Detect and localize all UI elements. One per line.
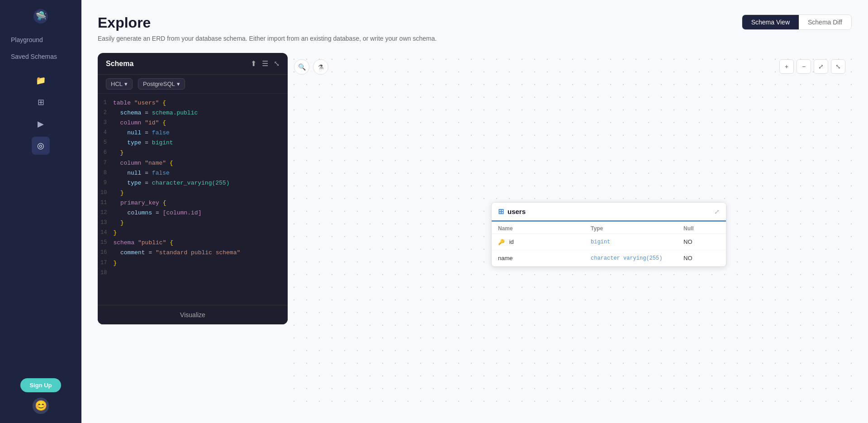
code-line: 4 null = false — [98, 128, 288, 138]
line-content: null = false — [113, 128, 170, 138]
line-content: } — [113, 188, 123, 198]
code-line: 16 comment = "standard public schema" — [98, 248, 288, 258]
erd-zoom-in-button[interactable]: + — [779, 59, 794, 74]
schema-view-button[interactable]: Schema View — [742, 15, 799, 29]
line-content: null = false — [113, 168, 170, 178]
page-header: Explore Schema View Schema Diff — [98, 14, 852, 31]
schema-header-icons: ⬆ ☰ ⤡ — [251, 59, 280, 68]
sidebar-bottom: Sign Up 😊 — [0, 378, 81, 423]
line-content: } — [113, 148, 123, 158]
schema-controls: HCL ▾ PostgreSQL ▾ — [98, 75, 288, 94]
line-number: 17 — [100, 258, 113, 267]
code-line: 2 schema = schema.public — [98, 108, 288, 118]
view-toggle: Schema View Schema Diff — [742, 14, 852, 30]
table-row: name character varying(255) NO — [492, 250, 726, 266]
code-line: 1table "users" { — [98, 98, 288, 108]
hcl-dropdown[interactable]: HCL ▾ — [106, 78, 133, 90]
erd-row-name-id: 🔑 id — [498, 238, 591, 245]
db-dropdown[interactable]: PostgreSQL ▾ — [138, 78, 185, 90]
line-number: 9 — [100, 178, 113, 187]
erd-table-header: ⊞ users ⤢ — [492, 203, 726, 222]
sidebar-item-tables[interactable]: ⊞ — [32, 93, 50, 111]
erd-row-null-id: NO — [683, 238, 720, 245]
schema-list-icon[interactable]: ☰ — [262, 59, 268, 68]
line-number: 11 — [100, 198, 113, 207]
code-line: 14} — [98, 228, 288, 238]
content-area: Schema ⬆ ☰ ⤡ HCL ▾ PostgreSQL ▾ 1table "… — [98, 53, 852, 409]
line-content: } — [113, 228, 117, 238]
line-content: } — [113, 258, 117, 268]
erd-search-button[interactable]: 🔍 — [294, 59, 309, 75]
svg-text:🛸: 🛸 — [35, 10, 47, 21]
code-area[interactable]: 1table "users" {2 schema = schema.public… — [98, 94, 288, 305]
sidebar-item-saved-schemas[interactable]: Saved Schemas — [5, 49, 76, 64]
main-content: Explore Schema View Schema Diff Easily g… — [81, 0, 868, 423]
schema-panel-title: Schema — [106, 60, 133, 68]
line-content: type = character_varying(255) — [113, 178, 229, 188]
schema-panel: Schema ⬆ ☰ ⤡ HCL ▾ PostgreSQL ▾ 1table "… — [98, 53, 288, 324]
erd-row-null-name: NO — [683, 255, 720, 261]
line-number: 8 — [100, 168, 113, 177]
sidebar-item-explore[interactable]: ◎ — [32, 137, 50, 155]
line-content: } — [113, 218, 123, 228]
schema-panel-header: Schema ⬆ ☰ ⤡ — [98, 53, 288, 75]
erd-reset-button[interactable]: ⤡ — [831, 59, 845, 74]
code-line: 8 null = false — [98, 168, 288, 178]
line-content: column "id" { — [113, 118, 166, 128]
pk-icon: 🔑 — [498, 239, 505, 245]
sidebar-icon-nav: 📁 ⊞ ▶ ◎ — [0, 71, 81, 155]
erd-table-icon: ⊞ — [498, 207, 504, 216]
line-number: 7 — [100, 158, 113, 167]
line-content: schema "public" { — [113, 238, 173, 248]
erd-zoom-out-button[interactable]: − — [797, 59, 811, 74]
schema-diff-button[interactable]: Schema Diff — [799, 15, 851, 29]
line-content: schema = schema.public — [113, 108, 198, 118]
erd-toolbar-top: 🔍 ⚗ — [294, 59, 328, 75]
line-number: 12 — [100, 208, 113, 217]
erd-filter-button[interactable]: ⚗ — [313, 59, 328, 75]
table-row: 🔑 id bigint NO — [492, 234, 726, 250]
line-content: type = bigint — [113, 138, 173, 148]
erd-row-name-name: name — [498, 255, 591, 261]
erd-fit-button[interactable]: ⤢ — [814, 59, 828, 74]
line-number: 6 — [100, 148, 113, 157]
line-number: 2 — [100, 108, 113, 117]
sidebar-item-play[interactable]: ▶ — [32, 115, 50, 133]
schema-expand-icon[interactable]: ⤡ — [274, 59, 280, 68]
line-number: 16 — [100, 248, 113, 257]
code-line: 18 — [98, 268, 288, 277]
erd-resize-icon[interactable]: ⤢ — [714, 208, 720, 215]
erd-toolbar-right: + − ⤢ ⤡ — [779, 59, 845, 74]
avatar[interactable]: 😊 — [33, 398, 49, 414]
erd-table-title: ⊞ users — [498, 207, 526, 216]
code-line: 7 column "name" { — [98, 158, 288, 168]
sidebar-logo: 🛸 — [32, 7, 50, 27]
line-number: 5 — [100, 138, 113, 147]
line-number: 4 — [100, 128, 113, 137]
code-line: 15schema "public" { — [98, 238, 288, 248]
signup-button[interactable]: Sign Up — [20, 378, 61, 392]
line-number: 3 — [100, 118, 113, 127]
code-line: 5 type = bigint — [98, 138, 288, 148]
sidebar-item-playground[interactable]: Playground — [5, 33, 76, 47]
line-number: 10 — [100, 188, 113, 197]
line-content: comment = "standard public schema" — [113, 248, 240, 258]
code-line: 9 type = character_varying(255) — [98, 178, 288, 188]
erd-row-type-name: character varying(255) — [591, 255, 683, 261]
line-content: column "name" { — [113, 158, 173, 168]
line-number: 1 — [100, 98, 113, 107]
erd-table-card: ⊞ users ⤢ Name Type Null 🔑 id bigin — [491, 202, 726, 267]
line-content: columns = [column.id] — [113, 208, 201, 218]
line-number: 13 — [100, 218, 113, 227]
schema-import-icon[interactable]: ⬆ — [251, 59, 256, 68]
sidebar-item-folder[interactable]: 📁 — [32, 71, 50, 90]
code-line: 3 column "id" { — [98, 118, 288, 128]
code-line: 10 } — [98, 188, 288, 198]
page-description: Easily generate an ERD from your databas… — [98, 35, 852, 42]
sidebar: 🛸 Playground Saved Schemas 📁 ⊞ ▶ ◎ Sign … — [0, 0, 81, 423]
code-line: 6 } — [98, 148, 288, 158]
code-line: 11 primary_key { — [98, 198, 288, 208]
visualize-button[interactable]: Visualize — [180, 311, 205, 318]
erd-canvas[interactable]: 🔍 ⚗ + − ⤢ ⤡ ⊞ users ⤢ Name — [288, 53, 852, 409]
erd-row-type-id: bigint — [591, 239, 683, 245]
